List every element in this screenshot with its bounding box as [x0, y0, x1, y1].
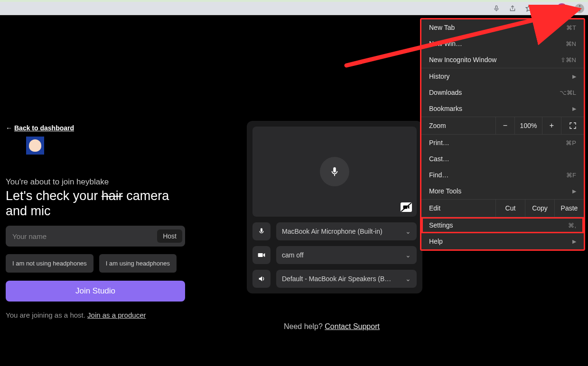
voice-search-icon[interactable]: [492, 4, 501, 13]
name-input[interactable]: [12, 232, 157, 240]
menu-more-tools[interactable]: More Tools▶: [421, 183, 584, 199]
submenu-caret-icon: ▶: [572, 106, 576, 112]
menu-find[interactable]: Find…⌘F: [421, 167, 584, 183]
preview-mic-icon: [320, 157, 349, 186]
menu-zoom-label: Zoom: [421, 118, 495, 134]
speaker-select-label: Default - MacBook Air Speakers (B…: [282, 275, 391, 283]
chevron-down-icon: ⌄: [405, 251, 411, 259]
speaker-select[interactable]: Default - MacBook Air Speakers (B… ⌄: [276, 270, 417, 288]
chrome-menu-popup: New Tab⌘T New Win…⌘N New Incognito Windo…: [420, 18, 585, 251]
menu-settings[interactable]: Settings⌘,: [421, 217, 584, 233]
user-avatar-thumbnail: [26, 137, 44, 155]
share-icon[interactable]: [508, 4, 517, 13]
camera-toggle-button[interactable]: [252, 246, 271, 264]
sidepanel-icon[interactable]: [541, 4, 549, 13]
not-using-headphones-button[interactable]: I am not using headphones: [6, 254, 93, 273]
svg-rect-3: [334, 174, 335, 176]
bookmark-star-icon[interactable]: [524, 4, 533, 13]
menu-bookmarks[interactable]: Bookmarks▶: [421, 101, 584, 117]
svg-marker-0: [526, 5, 532, 11]
microphone-select[interactable]: MacBook Air Microphone (Built-in) ⌄: [276, 222, 417, 240]
zoom-out-button[interactable]: −: [495, 117, 514, 134]
svg-rect-4: [403, 206, 408, 209]
back-link-label: Back to dashboard: [14, 124, 74, 132]
join-as-producer-link[interactable]: Join as a producer: [87, 311, 146, 319]
zoom-in-button[interactable]: +: [542, 117, 561, 134]
browser-toolbar: [0, 2, 588, 15]
contact-support-link[interactable]: Contact Support: [325, 322, 380, 330]
fullscreen-button[interactable]: [561, 117, 584, 134]
device-preview-panel: MacBook Air Microphone (Built-in) ⌄ cam …: [247, 121, 422, 293]
menu-edit-row: Edit Cut Copy Paste: [421, 200, 584, 217]
back-to-dashboard-link[interactable]: ← Back to dashboard: [6, 124, 74, 132]
menu-new-tab[interactable]: New Tab⌘T: [421, 19, 584, 36]
submenu-caret-icon: ▶: [572, 73, 576, 80]
speaker-toggle-button[interactable]: [252, 270, 271, 288]
camera-off-icon: [401, 202, 412, 212]
submenu-caret-icon: ▶: [572, 238, 576, 245]
edit-paste-button[interactable]: Paste: [554, 200, 584, 217]
profile-avatar[interactable]: [557, 3, 567, 14]
name-input-container: Host: [6, 226, 185, 247]
menu-help[interactable]: Help▶: [421, 233, 584, 249]
zoom-value: 100%: [514, 117, 542, 134]
svg-rect-5: [258, 253, 263, 257]
camera-select[interactable]: cam off ⌄: [276, 246, 417, 264]
headphones-options: I am not using headphones I am using hea…: [6, 254, 177, 273]
submenu-caret-icon: ▶: [572, 188, 576, 194]
need-help-text: Need help? Contact Support: [284, 322, 380, 331]
menu-new-window[interactable]: New Win…⌘N: [421, 36, 584, 52]
edit-copy-button[interactable]: Copy: [525, 200, 554, 217]
menu-incognito[interactable]: New Incognito Window⇧⌘N: [421, 52, 584, 68]
check-camera-mic-heading: Let's check your hair camera and mic: [6, 189, 191, 219]
camera-select-label: cam off: [282, 251, 304, 259]
mic-toggle-button[interactable]: [252, 222, 271, 240]
microphone-select-label: MacBook Air Microphone (Built-in): [282, 228, 383, 235]
edit-cut-button[interactable]: Cut: [495, 200, 525, 217]
chevron-down-icon: ⌄: [405, 228, 411, 235]
menu-downloads[interactable]: Downloads⌥⌘L: [421, 84, 584, 101]
using-headphones-button[interactable]: I am using headphones: [99, 254, 177, 273]
arrow-left-icon: ←: [6, 124, 12, 132]
chrome-menu-button[interactable]: [575, 4, 584, 13]
camera-preview-area: [252, 127, 417, 217]
svg-rect-1: [542, 6, 547, 11]
join-studio-button[interactable]: Join Studio: [6, 281, 185, 302]
menu-print[interactable]: Print…⌘P: [421, 135, 584, 151]
host-note: You are joining as a host. Join as a pro…: [6, 311, 146, 319]
about-to-join-text: You're about to join heyblake: [6, 177, 109, 187]
host-badge: Host: [157, 229, 182, 243]
menu-cast[interactable]: Cast…: [421, 151, 584, 167]
menu-history[interactable]: History▶: [421, 68, 584, 84]
menu-edit-label: Edit: [421, 200, 495, 216]
menu-zoom-row: Zoom − 100% +: [421, 117, 584, 134]
chevron-down-icon: ⌄: [405, 275, 411, 283]
